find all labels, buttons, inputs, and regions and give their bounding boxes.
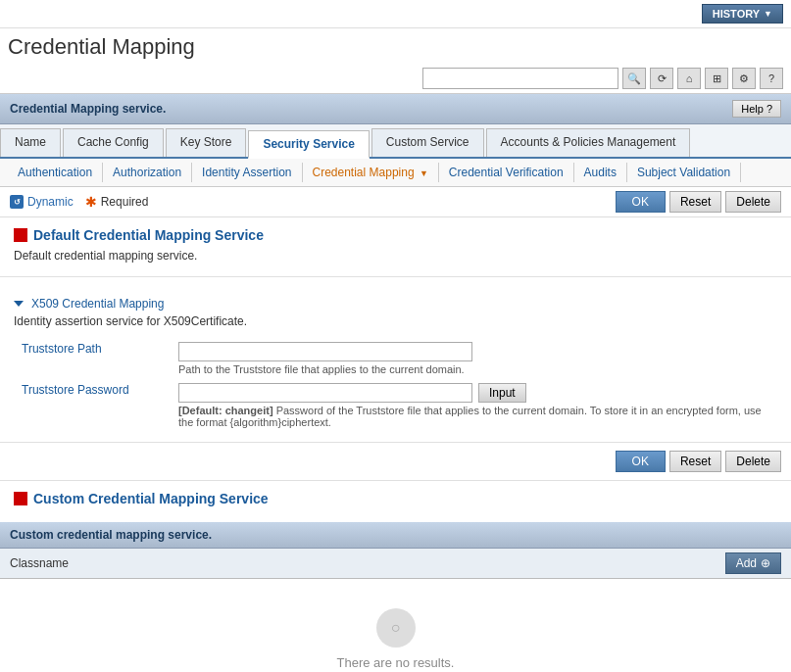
search-icon[interactable]: 🔍 <box>622 68 646 89</box>
required-icon: ✱ <box>85 194 97 210</box>
sub-tab-authorization[interactable]: Authorization <box>103 163 192 182</box>
truststore-password-desc: [Default: changeit] Password of the Trus… <box>178 405 769 428</box>
x509-title-text: X509 Credential Mapping <box>31 297 164 311</box>
add-icon: ⊕ <box>761 556 770 570</box>
default-section-title: Default Credential Mapping Service <box>14 227 777 243</box>
truststore-password-label: Truststore Password <box>14 379 171 432</box>
x509-subsection: X509 Credential Mapping Identity asserti… <box>14 297 777 432</box>
x509-section: X509 Credential Mapping Identity asserti… <box>0 277 791 443</box>
sub-tab-subject-validation[interactable]: Subject Validation <box>627 163 741 182</box>
tab-key-store[interactable]: Key Store <box>166 128 247 157</box>
help-icon[interactable]: ? <box>760 68 783 89</box>
add-label: Add <box>736 556 757 570</box>
bottom-action-buttons: OK Reset Delete <box>0 443 791 481</box>
search-input[interactable] <box>422 68 618 89</box>
custom-section-title-text: Custom Credential Mapping Service <box>33 491 269 506</box>
default-section-title-text: Default Credential Mapping Service <box>33 227 264 243</box>
info-bar-text: Credential Mapping service. <box>10 102 166 116</box>
home-icon[interactable]: ⌂ <box>677 68 701 89</box>
truststore-path-label: Truststore Path <box>14 338 171 379</box>
dynamic-icon: ↺ <box>10 195 24 209</box>
top-bar: HISTORY ▼ <box>0 0 791 28</box>
tab-security-service[interactable]: Security Service <box>248 130 369 159</box>
sub-tab-credential-mapping[interactable]: Credential Mapping ▼ <box>303 163 439 182</box>
dynamic-label: Dynamic <box>27 195 74 209</box>
credential-mapping-arrow-icon: ▼ <box>420 168 428 178</box>
sub-tab-credential-verification[interactable]: Credential Verification <box>439 163 574 182</box>
main-tabs: Name Cache Config Key Store Security Ser… <box>0 124 791 159</box>
sub-tab-authentication[interactable]: Authentication <box>8 163 103 182</box>
help-button[interactable]: Help ? <box>732 100 781 118</box>
settings-icon[interactable]: ⚙ <box>732 68 756 89</box>
tab-accounts-policies[interactable]: Accounts & Policies Management <box>486 128 691 157</box>
truststore-password-row: Truststore Password Input [Default: chan… <box>14 379 777 432</box>
truststore-path-row: Truststore Path Path to the Truststore f… <box>14 338 777 379</box>
default-section-desc: Default credential mapping service. <box>14 249 777 263</box>
history-arrow-icon: ▼ <box>764 9 772 19</box>
refresh-icon[interactable]: ⟳ <box>650 68 673 89</box>
truststore-password-default: [Default: changeit] <box>178 405 273 416</box>
tab-custom-service[interactable]: Custom Service <box>371 128 484 157</box>
history-button[interactable]: HISTORY ▼ <box>702 4 783 24</box>
ok-button-top[interactable]: OK <box>616 191 666 213</box>
sub-tabs: Authentication Authorization Identity As… <box>0 159 791 187</box>
status-bar: ↺ Dynamic ✱ Required OK Reset Delete <box>0 187 791 217</box>
x509-subsection-desc: Identity assertion service for X509Certi… <box>14 314 777 328</box>
no-results-text: There are no results. <box>29 655 762 670</box>
custom-credential-mapping-section: Custom Credential Mapping Service <box>0 481 791 522</box>
required-label: Required <box>101 195 149 209</box>
status-left: ↺ Dynamic ✱ Required <box>10 194 148 210</box>
credential-mapping-label: Credential Mapping <box>313 166 415 179</box>
search-toolbar: 🔍 ⟳ ⌂ ⊞ ⚙ ? <box>0 64 791 94</box>
tab-name[interactable]: Name <box>0 128 61 157</box>
reset-button-bottom[interactable]: Reset <box>669 451 721 472</box>
truststore-path-desc: Path to the Truststore file that applies… <box>178 363 769 375</box>
x509-subsection-title[interactable]: X509 Credential Mapping <box>14 297 777 311</box>
sub-tab-identity-assertion[interactable]: Identity Assertion <box>192 163 302 182</box>
x509-form-table: Truststore Path Path to the Truststore f… <box>14 338 777 432</box>
ok-button-bottom[interactable]: OK <box>616 451 666 472</box>
custom-table-header: Classname Add ⊕ <box>0 549 791 579</box>
delete-button-bottom[interactable]: Delete <box>725 451 781 472</box>
x509-chevron-icon <box>14 301 24 307</box>
section-icon <box>14 228 27 242</box>
top-action-buttons: OK Reset Delete <box>616 191 781 213</box>
custom-section-icon <box>14 492 27 505</box>
help-label: Help <box>741 103 764 115</box>
truststore-path-input[interactable] <box>178 342 472 361</box>
truststore-path-field-cell: Path to the Truststore file that applies… <box>171 338 777 379</box>
classname-column-header: Classname <box>10 556 69 570</box>
grid-icon[interactable]: ⊞ <box>705 68 728 89</box>
delete-button-top[interactable]: Delete <box>725 191 781 213</box>
custom-section-title: Custom Credential Mapping Service <box>14 491 777 506</box>
truststore-password-input[interactable] <box>178 383 472 403</box>
no-results-area: ○ There are no results. <box>0 579 791 672</box>
sub-tab-audits[interactable]: Audits <box>574 163 627 182</box>
add-button[interactable]: Add ⊕ <box>725 552 781 574</box>
required-badge: ✱ Required <box>85 194 149 210</box>
no-results-icon: ○ <box>376 608 416 648</box>
custom-info-bar: Custom credential mapping service. <box>0 522 791 549</box>
truststore-password-input-button[interactable]: Input <box>478 383 526 403</box>
page-title: Credential Mapping <box>0 28 791 64</box>
reset-button-top[interactable]: Reset <box>669 191 721 213</box>
dynamic-badge[interactable]: ↺ Dynamic <box>10 195 74 209</box>
help-icon: ? <box>766 103 772 115</box>
truststore-password-field-cell: Input [Default: changeit] Password of th… <box>171 379 777 432</box>
history-label: HISTORY <box>713 8 760 20</box>
tab-cache-config[interactable]: Cache Config <box>63 128 164 157</box>
info-bar: Credential Mapping service. Help ? <box>0 94 791 124</box>
default-credential-mapping-section: Default Credential Mapping Service Defau… <box>0 217 791 277</box>
